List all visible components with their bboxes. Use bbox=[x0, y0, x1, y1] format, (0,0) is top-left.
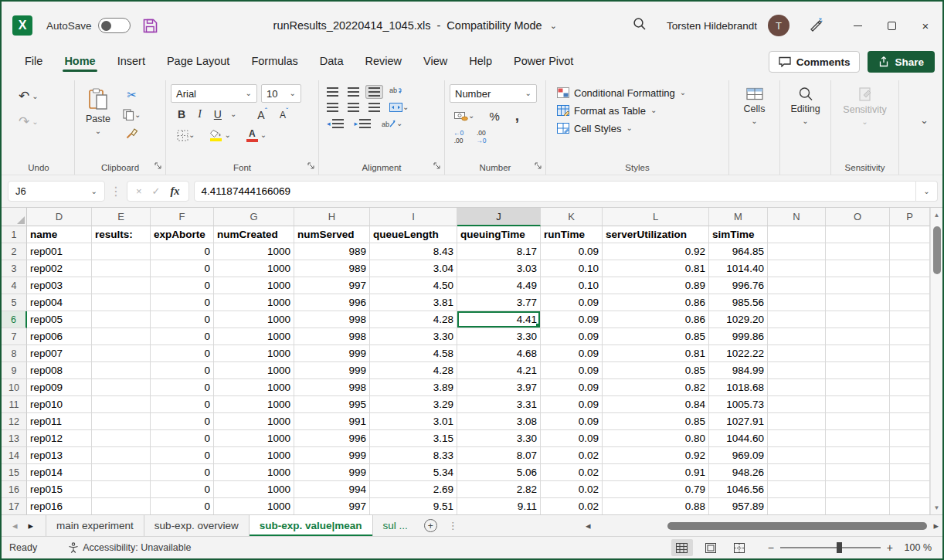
column-header-P[interactable]: P bbox=[890, 208, 930, 226]
cell-N1[interactable] bbox=[768, 226, 826, 243]
cell-F15[interactable]: 0 bbox=[151, 464, 214, 481]
ribbon-tab-help[interactable]: Help bbox=[458, 49, 503, 74]
copy-dropdown-icon[interactable]: ⌄ bbox=[134, 111, 141, 119]
cell-D3[interactable]: rep002 bbox=[27, 260, 92, 277]
cell-E6[interactable] bbox=[92, 311, 151, 328]
cell-F12[interactable]: 0 bbox=[151, 413, 214, 430]
ribbon-tab-view[interactable]: View bbox=[413, 49, 458, 74]
name-box[interactable]: J6 ⌄ bbox=[8, 181, 105, 202]
cell-P10[interactable] bbox=[890, 379, 930, 396]
cell-E11[interactable] bbox=[92, 396, 151, 413]
accounting-format-button[interactable]: ⌄ bbox=[451, 108, 477, 124]
cell-J13[interactable]: 3.30 bbox=[457, 430, 541, 447]
alignment-dialog-launcher[interactable] bbox=[433, 158, 440, 172]
cell-D16[interactable]: rep015 bbox=[27, 481, 92, 498]
cell-L14[interactable]: 0.92 bbox=[603, 447, 709, 464]
cell-P2[interactable] bbox=[890, 243, 930, 260]
row-header-11[interactable]: 11 bbox=[2, 396, 27, 413]
cell-P12[interactable] bbox=[890, 413, 930, 430]
cell-H11[interactable]: 995 bbox=[294, 396, 370, 413]
cell-L3[interactable]: 0.81 bbox=[603, 260, 709, 277]
cell-F13[interactable]: 0 bbox=[151, 430, 214, 447]
cell-D11[interactable]: rep010 bbox=[27, 396, 92, 413]
shrink-font-button[interactable]: Aˇ bbox=[276, 106, 292, 122]
sensitivity-button[interactable]: Sensitivity ⌄ bbox=[836, 82, 894, 127]
cell-N12[interactable] bbox=[768, 413, 826, 430]
cell-K5[interactable]: 0.09 bbox=[541, 294, 603, 311]
cell-D8[interactable]: rep007 bbox=[27, 345, 92, 362]
zoom-level[interactable]: 100 % bbox=[899, 542, 932, 553]
orientation-button[interactable]: ab ⌄ bbox=[379, 116, 406, 131]
cell-J2[interactable]: 8.17 bbox=[457, 243, 541, 260]
cell-N16[interactable] bbox=[768, 481, 826, 498]
cell-H1[interactable]: numServed bbox=[294, 226, 370, 243]
name-box-dropdown-icon[interactable]: ⌄ bbox=[91, 188, 97, 195]
scroll-up-icon[interactable]: ▲ bbox=[931, 208, 942, 222]
align-center-button[interactable] bbox=[345, 100, 362, 114]
row-header-15[interactable]: 15 bbox=[2, 464, 27, 481]
cell-M8[interactable]: 1022.22 bbox=[709, 345, 768, 362]
number-dialog-launcher[interactable] bbox=[535, 158, 542, 172]
cell-I9[interactable]: 4.28 bbox=[370, 362, 457, 379]
cell-styles-button[interactable]: Cell Styles ⌄ bbox=[554, 120, 724, 137]
column-header-D[interactable]: D bbox=[27, 208, 92, 226]
user-name[interactable]: Torsten Hildebrandt bbox=[667, 20, 757, 32]
decrease-indent-button[interactable]: ◂ bbox=[324, 117, 347, 131]
sheet-tab-sub-exp-value-mean[interactable]: sub-exp. value|mean bbox=[250, 515, 373, 536]
cell-J7[interactable]: 3.30 bbox=[457, 328, 541, 345]
cell-P3[interactable] bbox=[890, 260, 930, 277]
cell-H9[interactable]: 999 bbox=[294, 362, 370, 379]
cell-E1[interactable]: results: bbox=[92, 226, 151, 243]
ribbon-tab-insert[interactable]: Insert bbox=[107, 49, 156, 74]
cell-J4[interactable]: 4.49 bbox=[457, 277, 541, 294]
cell-M9[interactable]: 984.99 bbox=[709, 362, 768, 379]
cell-I5[interactable]: 3.81 bbox=[370, 294, 457, 311]
cell-D1[interactable]: name bbox=[27, 226, 92, 243]
cell-P13[interactable] bbox=[890, 430, 930, 447]
merge-dropdown-icon[interactable]: ⌄ bbox=[402, 104, 409, 111]
cell-D7[interactable]: rep006 bbox=[27, 328, 92, 345]
cell-M16[interactable]: 1046.56 bbox=[709, 481, 768, 498]
sheet-tab-options-icon[interactable]: ⋮ bbox=[443, 515, 463, 536]
row-header-3[interactable]: 3 bbox=[2, 260, 27, 277]
cell-L10[interactable]: 0.82 bbox=[603, 379, 709, 396]
hscroll-right-icon[interactable]: ▸ bbox=[933, 520, 939, 531]
zoom-slider-handle[interactable] bbox=[837, 542, 842, 553]
cell-F11[interactable]: 0 bbox=[151, 396, 214, 413]
save-button[interactable] bbox=[143, 19, 158, 33]
cell-N10[interactable] bbox=[768, 379, 826, 396]
cell-P7[interactable] bbox=[890, 328, 930, 345]
cell-M10[interactable]: 1018.68 bbox=[709, 379, 768, 396]
cell-M2[interactable]: 964.85 bbox=[709, 243, 768, 260]
cell-O16[interactable] bbox=[826, 481, 890, 498]
cell-N17[interactable] bbox=[768, 498, 826, 514]
cell-P16[interactable] bbox=[890, 481, 930, 498]
cell-F17[interactable]: 0 bbox=[151, 498, 214, 514]
cell-O11[interactable] bbox=[826, 396, 890, 413]
cell-I13[interactable]: 3.15 bbox=[370, 430, 457, 447]
cell-G14[interactable]: 1000 bbox=[214, 447, 294, 464]
cell-N9[interactable] bbox=[768, 362, 826, 379]
cell-E13[interactable] bbox=[92, 430, 151, 447]
cell-J3[interactable]: 3.03 bbox=[457, 260, 541, 277]
column-header-I[interactable]: I bbox=[370, 208, 457, 226]
column-header-H[interactable]: H bbox=[294, 208, 370, 226]
column-header-K[interactable]: K bbox=[541, 208, 603, 226]
cell-O15[interactable] bbox=[826, 464, 890, 481]
cell-K13[interactable]: 0.09 bbox=[541, 430, 603, 447]
ribbon-tab-page-layout[interactable]: Page Layout bbox=[156, 49, 240, 74]
row-header-14[interactable]: 14 bbox=[2, 447, 27, 464]
excel-app-icon[interactable]: X bbox=[12, 15, 32, 36]
page-layout-view-button[interactable] bbox=[700, 539, 722, 556]
cell-E10[interactable] bbox=[92, 379, 151, 396]
cell-E3[interactable] bbox=[92, 260, 151, 277]
cell-H14[interactable]: 999 bbox=[294, 447, 370, 464]
font-color-button[interactable]: A ⌄ bbox=[241, 126, 270, 145]
wrap-text-button[interactable]: ab bbox=[386, 84, 406, 99]
cell-P9[interactable] bbox=[890, 362, 930, 379]
comments-button[interactable]: Comments bbox=[769, 51, 861, 73]
cell-I17[interactable]: 9.51 bbox=[370, 498, 457, 514]
cell-I8[interactable]: 4.58 bbox=[370, 345, 457, 362]
cell-O14[interactable] bbox=[826, 447, 890, 464]
paste-button[interactable]: Paste ⌄ bbox=[80, 83, 117, 137]
